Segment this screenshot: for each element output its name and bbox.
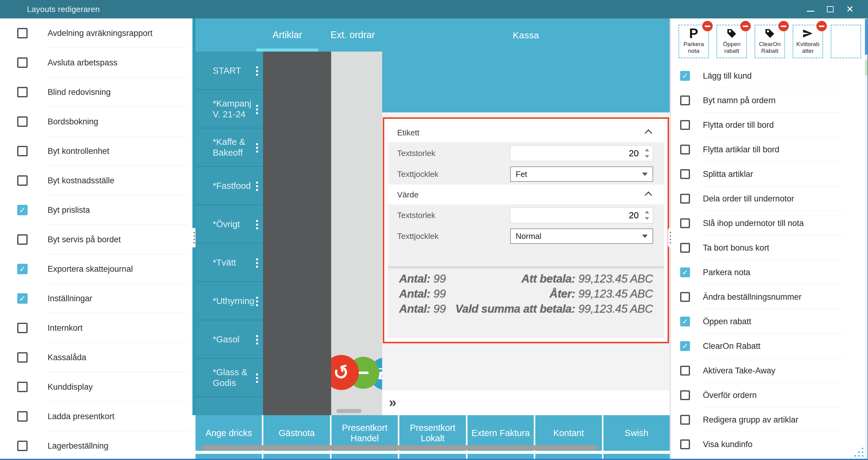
category-item[interactable]: START (195, 52, 263, 90)
checkbox-label: Redigera grupp av artiklar (703, 415, 798, 425)
close-button[interactable]: ✕ (840, 0, 860, 19)
checkbox-label: Byt kostnadsställe (48, 176, 115, 185)
checkbox[interactable] (680, 218, 690, 228)
list-item: Ändra beställningsnummer (671, 285, 865, 309)
checkbox[interactable] (680, 292, 690, 302)
checkbox[interactable] (680, 120, 690, 130)
maximize-button[interactable] (820, 0, 840, 19)
payment-button[interactable] (603, 454, 670, 459)
mini-scrollbar[interactable] (336, 409, 362, 413)
payment-button[interactable] (467, 454, 534, 459)
minimize-button[interactable] (801, 0, 820, 19)
section-header[interactable]: Etikett (388, 123, 664, 143)
kebab-menu-icon[interactable] (256, 220, 258, 222)
category-item[interactable]: *Tvätt (195, 244, 263, 282)
checkbox[interactable] (17, 382, 28, 392)
list-item: Överför ordern (671, 383, 865, 407)
payment-button-label: Presentkort Lokalt (402, 423, 463, 443)
quick-action-tile[interactable]: Öppen rabatt (716, 25, 747, 58)
category-item[interactable]: *Gasol (195, 320, 263, 359)
kebab-menu-icon[interactable] (256, 335, 258, 337)
payment-button[interactable] (264, 454, 330, 459)
left-splitter[interactable] (192, 19, 195, 415)
payment-button[interactable] (399, 454, 466, 459)
checkbox[interactable] (680, 390, 690, 400)
remove-badge-icon[interactable] (816, 21, 827, 31)
checkbox[interactable] (17, 234, 28, 245)
preview-line: Antal:99 Att betala:99,123.45 ABC (399, 271, 653, 286)
remove-badge-icon[interactable] (702, 21, 713, 31)
category-item[interactable]: *Uthyrning (195, 282, 263, 320)
checkbox[interactable] (17, 264, 28, 274)
kebab-menu-icon[interactable] (256, 66, 258, 68)
payment-button[interactable] (332, 454, 398, 459)
chevron-up-icon[interactable] (645, 191, 652, 199)
category-item[interactable]: *Kampanj V. 21-24 (195, 90, 263, 128)
kebab-menu-icon[interactable] (256, 258, 258, 260)
checkbox[interactable] (17, 146, 28, 156)
payment-button[interactable]: Swish (603, 415, 670, 451)
payment-button[interactable] (195, 454, 262, 459)
kebab-menu-icon[interactable] (256, 143, 258, 145)
payment-button[interactable] (535, 454, 601, 459)
checkbox[interactable] (17, 28, 28, 38)
checkbox[interactable] (17, 441, 28, 451)
dropdown-select[interactable]: Normal (510, 228, 653, 244)
checkbox[interactable] (17, 175, 28, 186)
kebab-menu-icon[interactable] (256, 105, 258, 107)
quick-action-tile[interactable]: ClearOn Rabatt (754, 25, 785, 58)
checkbox[interactable] (680, 194, 690, 204)
remove-badge-icon[interactable] (778, 21, 789, 31)
right-scrollbar[interactable] (865, 19, 867, 459)
checkbox[interactable] (17, 323, 28, 333)
checkbox[interactable] (680, 145, 690, 154)
category-item[interactable]: *Glass & Godis (195, 359, 263, 397)
checkbox[interactable] (680, 341, 690, 351)
tab[interactable]: Artiklar (256, 19, 318, 52)
list-item: Lägg till kund (671, 64, 865, 88)
chevron-up-icon[interactable] (645, 129, 652, 136)
scrollbar-thumb[interactable] (865, 19, 867, 55)
quick-action-tile[interactable]: P Parkera nota (678, 25, 709, 58)
checkbox[interactable] (680, 243, 690, 253)
checkbox[interactable] (17, 205, 28, 215)
kebab-menu-icon[interactable] (256, 182, 258, 184)
checkbox[interactable] (680, 95, 690, 105)
quick-action-tile[interactable] (831, 25, 861, 58)
horizontal-scrollbar[interactable] (201, 445, 598, 450)
section-header[interactable]: Värde (388, 185, 664, 205)
resize-grip-icon[interactable] (855, 448, 864, 457)
number-input[interactable]: 20 (510, 207, 653, 223)
kebab-menu-icon[interactable] (256, 373, 258, 375)
number-input[interactable]: 20 (510, 145, 653, 161)
checkbox[interactable] (680, 366, 690, 375)
spinner-up-icon[interactable] (645, 211, 649, 213)
remove-badge-icon[interactable] (740, 21, 751, 31)
checkbox[interactable] (17, 411, 28, 422)
quick-action-tile[interactable]: Kvittorab atter (793, 25, 823, 58)
spinner-up-icon[interactable] (645, 149, 649, 151)
checkbox[interactable] (680, 439, 690, 449)
category-item[interactable]: *Övrigt (195, 205, 263, 244)
category-item[interactable]: *Fastfood (195, 167, 263, 205)
spinner-down-icon[interactable] (645, 155, 649, 158)
checkbox[interactable] (680, 169, 690, 179)
category-item[interactable]: *Kaffe & Bakeoff (195, 128, 263, 167)
tab[interactable]: Ext. ordrar (327, 19, 379, 52)
checkbox[interactable] (680, 316, 690, 327)
checkbox[interactable] (17, 87, 28, 97)
list-item: Kunddisplay (0, 372, 192, 402)
checkbox[interactable] (17, 57, 28, 68)
checkbox[interactable] (17, 293, 28, 304)
checkbox[interactable] (680, 268, 690, 277)
checkbox-label: Parkera nota (703, 268, 750, 277)
checkbox[interactable] (17, 352, 28, 363)
checkbox[interactable] (680, 415, 690, 425)
dropdown-select[interactable]: Fet (510, 166, 653, 182)
kebab-menu-icon[interactable] (256, 297, 258, 299)
expand-chevron-icon[interactable] (389, 395, 396, 410)
checkbox-label: Inställningar (48, 294, 92, 303)
spinner-down-icon[interactable] (645, 217, 649, 220)
checkbox[interactable] (680, 71, 690, 81)
checkbox[interactable] (17, 116, 28, 127)
